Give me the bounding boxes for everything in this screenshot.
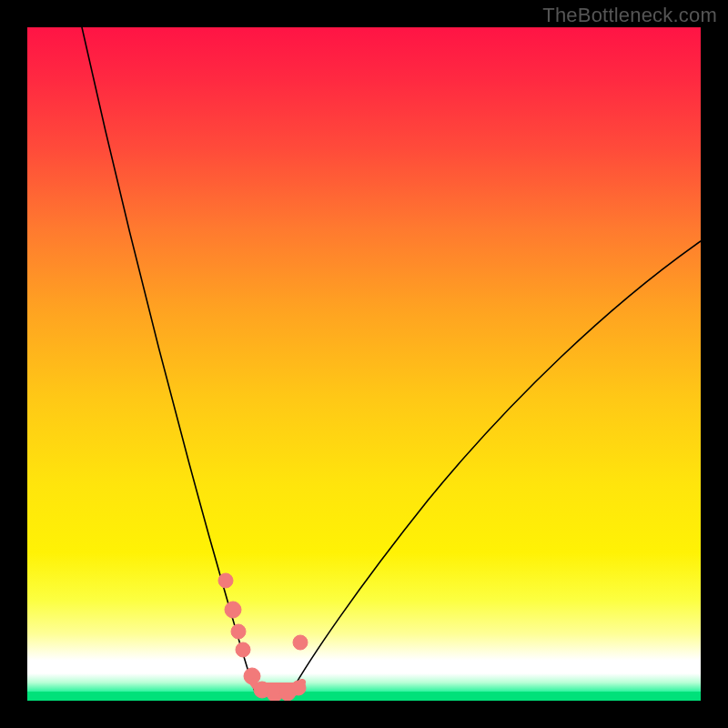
watermark-text: TheBottleneck.com xyxy=(542,4,717,27)
marker-dot xyxy=(293,635,308,650)
marker-dot xyxy=(236,642,250,657)
marker-dot xyxy=(291,681,306,695)
right-curve xyxy=(291,241,701,692)
plot-area xyxy=(27,27,701,701)
chart-stage: TheBottleneck.com xyxy=(0,0,728,728)
curve-layer xyxy=(27,27,701,701)
marker-dot xyxy=(231,624,246,639)
marker-dot xyxy=(218,573,233,588)
marker-dot xyxy=(225,602,241,618)
left-curve xyxy=(82,27,255,692)
